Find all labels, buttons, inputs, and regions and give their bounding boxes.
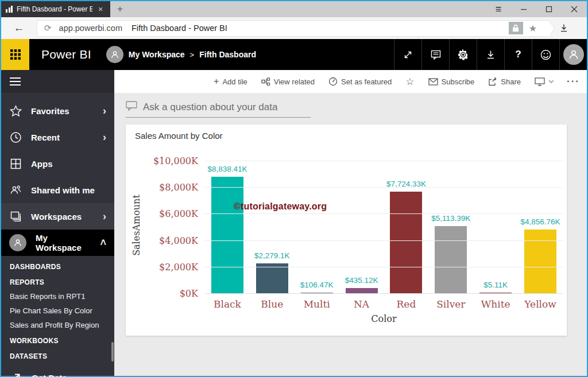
sidebar-item-recent[interactable]: Recent › <box>1 124 114 150</box>
sidebar-item-favorites[interactable]: Favorites › <box>1 98 114 124</box>
sidebar-section-reports[interactable]: REPORTS <box>10 274 114 289</box>
chevron-right-icon: › <box>103 105 106 117</box>
bar-silver[interactable] <box>435 226 467 294</box>
clock-icon <box>9 131 22 143</box>
sidebar-item-my-workspace[interactable]: My Workspace ˄ <box>1 230 114 256</box>
y-tick-label: $0K <box>126 288 198 299</box>
sidebar-section-dashboards[interactable]: DASHBOARDS <box>10 258 114 274</box>
bar-red[interactable] <box>390 192 422 294</box>
browser-menu-icon[interactable]: ≡ <box>486 1 511 17</box>
gridline <box>205 293 563 294</box>
more-options-icon[interactable]: ··· <box>567 76 580 87</box>
fullscreen-icon[interactable] <box>394 39 421 70</box>
tab-close-icon[interactable]: × <box>96 4 105 14</box>
add-tile-button[interactable]: + Add tile <box>214 76 247 87</box>
x-tick-label-yellow: Yellow <box>518 298 563 310</box>
chevron-up-icon: ˄ <box>100 237 106 249</box>
refresh-icon[interactable]: ⟳ <box>44 23 52 33</box>
focus-mode-button[interactable] <box>535 77 554 86</box>
app-launcher-button[interactable] <box>1 39 29 70</box>
breadcrumb-workspace[interactable]: My Workspace <box>129 50 185 59</box>
sidebar-item-shared-with-me[interactable]: Shared with me <box>1 177 114 203</box>
envelope-icon <box>428 78 438 85</box>
chart-tile[interactable]: Sales Amount by Color SalesAmount $0K$2,… <box>126 125 567 336</box>
sidebar-item-workspaces[interactable]: Workspaces › <box>1 203 114 230</box>
featured-gauge-icon <box>328 77 338 86</box>
main-area: + Add tile View related Set as featured … <box>114 70 587 376</box>
feedback-smiley-icon[interactable] <box>532 39 559 70</box>
report-link[interactable]: Sales and Profit By Region <box>10 318 114 332</box>
download-icon[interactable] <box>477 39 504 70</box>
x-tick-label-white: White <box>473 298 518 310</box>
url-page-title: Fifth Dasboard - Power BI <box>131 24 509 33</box>
new-tab-button[interactable]: + <box>110 1 130 17</box>
view-related-button[interactable]: View related <box>261 77 315 86</box>
header-spacer <box>256 39 394 70</box>
tab-title: Fifth Dasboard - Power BI <box>17 5 92 13</box>
bar-slot-yellow: $4,856.76K <box>518 161 563 294</box>
sidebar-section-workbooks[interactable]: WORKBOOKS <box>10 332 114 348</box>
get-data-button[interactable]: Get Data <box>1 363 114 377</box>
data-label-na: $435.12K <box>345 276 378 285</box>
x-tick-label-black: Black <box>205 298 250 310</box>
monitor-icon <box>535 77 545 86</box>
profile-avatar[interactable] <box>559 39 587 70</box>
comments-icon[interactable] <box>421 39 449 70</box>
gridline <box>205 213 563 214</box>
close-button[interactable] <box>562 1 587 17</box>
qna-placeholder: Ask a question about your data <box>143 102 277 113</box>
back-button[interactable]: ← <box>1 22 37 34</box>
plus-icon: + <box>214 76 219 87</box>
gridline <box>205 187 563 188</box>
powerbi-logo[interactable]: Power BI <box>29 39 106 70</box>
sidebar: Favorites › Recent › Apps Shared with me <box>1 70 114 376</box>
bar-series: $8,838.41K$2,279.1K$106.47K$435.12K$7,72… <box>205 161 563 294</box>
bar-black[interactable] <box>211 177 243 294</box>
bar-yellow[interactable] <box>524 230 556 294</box>
url-field[interactable]: ⟳ app.powerbi.com Fifth Dasboard - Power… <box>37 20 549 37</box>
share-button[interactable]: Share <box>488 77 521 86</box>
hamburger-menu-icon[interactable] <box>10 77 21 85</box>
set-as-featured-button[interactable]: Set as featured <box>328 77 392 86</box>
dashboard-toolbar: + Add tile View related Set as featured … <box>114 70 587 93</box>
lock-icon <box>509 22 523 34</box>
favorite-star-icon[interactable]: ★ <box>529 23 537 34</box>
sidebar-item-apps[interactable]: Apps <box>1 150 114 177</box>
help-icon[interactable]: ? <box>504 39 532 70</box>
report-link[interactable]: Pie Chart Sales By Color <box>10 304 114 318</box>
data-label-yellow: $4,856.76K <box>521 217 560 226</box>
apps-grid-icon <box>9 158 22 170</box>
page-content: Favorites › Recent › Apps Shared with me <box>1 70 587 376</box>
sidebar-scrollbar[interactable] <box>111 342 114 362</box>
maximize-button[interactable] <box>536 1 562 17</box>
bar-blue[interactable] <box>256 263 288 294</box>
breadcrumb-separator: > <box>190 50 195 59</box>
gridline <box>205 161 563 161</box>
breadcrumb-page[interactable]: Fifth Dasboard <box>199 50 256 59</box>
bar-slot-multi: $106.47K <box>295 161 339 294</box>
bar-slot-silver: $5,113.39K <box>428 161 473 294</box>
powerbi-header: Power BI My Workspace > Fifth Dasboard ? <box>1 39 587 70</box>
minimize-button[interactable] <box>511 1 536 17</box>
tab-bar: Fifth Dasboard - Power BI × + ≡ <box>1 1 587 17</box>
favorite-dashboard-star-icon[interactable]: ☆ <box>405 76 414 88</box>
bar-slot-na: $435.12K <box>339 161 384 294</box>
x-axis-labels: BlackBlueMultiNARedSilverWhiteYellow <box>205 298 563 310</box>
browser-tab[interactable]: Fifth Dasboard - Power BI × <box>1 1 110 17</box>
watermark: ©tutorialgateway.org <box>234 201 327 212</box>
settings-gear-icon[interactable] <box>449 39 477 70</box>
x-tick-label-red: Red <box>384 298 429 310</box>
subscribe-button[interactable]: Subscribe <box>428 77 475 86</box>
workspaces-icon <box>9 211 22 223</box>
urlbar-notch <box>548 20 554 37</box>
data-label-silver: $5,113.39K <box>431 214 470 223</box>
sidebar-nav: Favorites › Recent › Apps Shared with me <box>1 93 114 377</box>
gridline <box>205 267 563 267</box>
sidebar-section-datasets[interactable]: DATASETS <box>10 348 114 363</box>
qna-input[interactable]: Ask a question about your data <box>126 101 311 118</box>
chart-title: Sales Amount by Color <box>135 131 223 141</box>
workspace-avatar <box>106 46 123 63</box>
data-label-multi: $106.47K <box>300 281 334 289</box>
report-link[interactable]: Basic Reports in RPT1 <box>10 289 114 304</box>
x-tick-label-blue: Blue <box>250 298 295 310</box>
